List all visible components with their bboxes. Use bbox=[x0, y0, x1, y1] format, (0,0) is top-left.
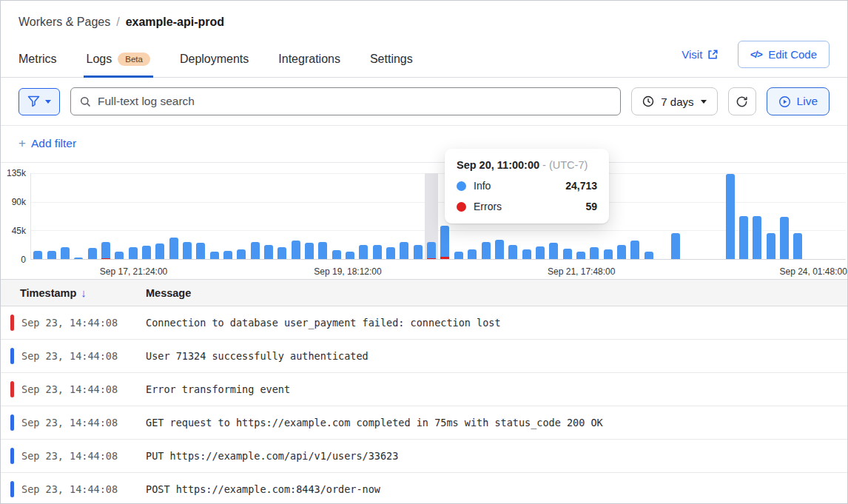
info-bar-segment bbox=[454, 252, 463, 259]
chart-bar-slot[interactable] bbox=[371, 173, 384, 259]
tab-settings[interactable]: Settings bbox=[370, 53, 413, 77]
chart-bar-slot[interactable] bbox=[425, 173, 438, 259]
chart-bar-slot[interactable] bbox=[832, 173, 845, 259]
chart-bar-slot[interactable] bbox=[818, 173, 832, 259]
tooltip-timezone: - (UTC-7) bbox=[542, 159, 588, 171]
chart-bar-slot[interactable] bbox=[275, 173, 289, 259]
info-bar-segment bbox=[630, 241, 639, 259]
chart-bar-slot[interactable] bbox=[750, 173, 764, 259]
column-header-message: Message bbox=[146, 287, 191, 299]
chevron-down-icon bbox=[45, 100, 51, 104]
filter-dropdown-button[interactable] bbox=[18, 88, 60, 115]
live-button[interactable]: Live bbox=[767, 87, 830, 115]
add-filter-button[interactable]: + Add filter bbox=[18, 136, 76, 151]
table-row[interactable]: Sep 23, 14:44:08Error transforming event bbox=[1, 373, 847, 406]
chart-bar-slot[interactable] bbox=[126, 173, 139, 259]
chart-bar-slot[interactable] bbox=[669, 173, 682, 259]
chart-bar-slot[interactable] bbox=[181, 173, 194, 259]
search-input[interactable] bbox=[98, 95, 611, 108]
severity-indicator-error bbox=[10, 381, 14, 397]
chart-bar-slot[interactable] bbox=[696, 173, 710, 259]
add-filter-label: Add filter bbox=[31, 137, 76, 150]
chart-bar-slot[interactable] bbox=[72, 173, 85, 259]
chart-bar-slot[interactable] bbox=[99, 173, 112, 259]
info-bar-segment bbox=[563, 249, 572, 259]
tab-label: Integrations bbox=[278, 53, 340, 66]
info-bar-segment bbox=[196, 243, 205, 259]
chart-bar-slot[interactable] bbox=[357, 173, 370, 259]
chart-bar-slot[interactable] bbox=[316, 173, 329, 259]
info-bar-segment bbox=[264, 245, 273, 259]
tab-bar: MetricsLogsBetaDeploymentsIntegrationsSe… bbox=[1, 41, 847, 78]
column-header-timestamp[interactable]: Timestamp ↓ bbox=[20, 286, 146, 299]
tab-deployments[interactable]: Deployments bbox=[180, 53, 249, 77]
chart-bar-slot[interactable] bbox=[642, 173, 655, 259]
error-bar-segment bbox=[427, 258, 436, 260]
chart-bar-slot[interactable] bbox=[791, 173, 804, 259]
chart-bar-slot[interactable] bbox=[628, 173, 642, 259]
chart-bar-slot[interactable] bbox=[343, 173, 357, 259]
table-row[interactable]: Sep 23, 14:44:08GET request to https://e… bbox=[1, 406, 847, 440]
breadcrumb-separator: / bbox=[116, 16, 119, 29]
log-message: POST https://example.com:8443/order-now bbox=[146, 483, 380, 495]
info-bar-segment bbox=[522, 249, 531, 259]
chart-bar-slot[interactable] bbox=[153, 173, 166, 259]
chart-bar-slot[interactable] bbox=[737, 173, 750, 259]
chart-bar-slot[interactable] bbox=[249, 173, 262, 259]
edit-code-button[interactable]: </> Edit Code bbox=[738, 41, 830, 68]
chart-bar-slot[interactable] bbox=[207, 173, 221, 259]
tab-metrics[interactable]: Metrics bbox=[18, 53, 57, 77]
refresh-button[interactable] bbox=[728, 87, 756, 115]
severity-indicator-error bbox=[10, 315, 14, 331]
chart-bar-slot[interactable] bbox=[303, 173, 316, 259]
chart-bar-slot[interactable] bbox=[710, 173, 723, 259]
chart-bar-slot[interactable] bbox=[140, 173, 153, 259]
chart-bar-slot[interactable] bbox=[411, 173, 425, 259]
info-bar-segment bbox=[726, 174, 735, 259]
chart-bar-slot[interactable] bbox=[289, 173, 303, 259]
chart-bar-slot[interactable] bbox=[683, 173, 696, 259]
info-bar-segment bbox=[277, 247, 286, 259]
table-row[interactable]: Sep 23, 14:44:08User 71324 successfully … bbox=[1, 340, 847, 373]
chart-bar-slot[interactable] bbox=[44, 173, 58, 259]
chart-bar-slot[interactable] bbox=[262, 173, 275, 259]
chart-bar-slot[interactable] bbox=[397, 173, 411, 259]
breadcrumb-section[interactable]: Workers & Pages bbox=[18, 16, 110, 29]
chart-bar-slot[interactable] bbox=[330, 173, 343, 259]
visit-link[interactable]: Visit bbox=[682, 48, 719, 61]
info-bar-segment bbox=[251, 242, 260, 259]
search-icon bbox=[80, 96, 91, 107]
chart-bar-slot[interactable] bbox=[656, 173, 669, 259]
plus-icon: + bbox=[18, 136, 26, 151]
chart-bar-slot[interactable] bbox=[85, 173, 98, 259]
tab-actions: Visit </> Edit Code bbox=[682, 41, 830, 77]
chart-bar-slot[interactable] bbox=[58, 173, 72, 259]
chart-bar-slot[interactable] bbox=[778, 173, 791, 259]
chart-bar-slot[interactable] bbox=[31, 173, 44, 259]
table-header: Timestamp ↓ Message bbox=[1, 280, 847, 306]
chart-bar-slot[interactable] bbox=[764, 173, 778, 259]
info-bar-segment bbox=[482, 242, 491, 259]
log-timestamp: Sep 23, 14:44:08 bbox=[21, 450, 146, 462]
tooltip-title: Sep 20, 11:00:00 - (UTC-7) bbox=[457, 159, 597, 171]
table-row[interactable]: Sep 23, 14:44:08POST https://example.com… bbox=[1, 473, 847, 504]
info-bar-segment bbox=[169, 238, 178, 259]
tab-integrations[interactable]: Integrations bbox=[278, 53, 340, 77]
chart-bar-slot[interactable] bbox=[235, 173, 248, 259]
chart-bar-slot[interactable] bbox=[384, 173, 397, 259]
table-row[interactable]: Sep 23, 14:44:08PUT https://example.com/… bbox=[1, 440, 847, 473]
chart-bar-slot[interactable] bbox=[194, 173, 207, 259]
chart-bar-slot[interactable] bbox=[166, 173, 180, 259]
chart-bar-slot[interactable] bbox=[805, 173, 818, 259]
tab-logs[interactable]: LogsBeta bbox=[87, 53, 150, 77]
info-bar-segment bbox=[223, 251, 232, 259]
chart-bar-slot[interactable] bbox=[615, 173, 628, 259]
log-message: Connection to database user_payment fail… bbox=[146, 317, 501, 329]
clock-icon bbox=[642, 95, 654, 107]
chart-bar-slot[interactable] bbox=[112, 173, 126, 259]
time-range-dropdown[interactable]: 7 days bbox=[631, 87, 717, 115]
info-bar-segment bbox=[576, 252, 585, 259]
table-row[interactable]: Sep 23, 14:44:08Connection to database u… bbox=[1, 306, 847, 340]
chart-bar-slot[interactable] bbox=[724, 173, 737, 259]
chart-bar-slot[interactable] bbox=[221, 173, 235, 259]
